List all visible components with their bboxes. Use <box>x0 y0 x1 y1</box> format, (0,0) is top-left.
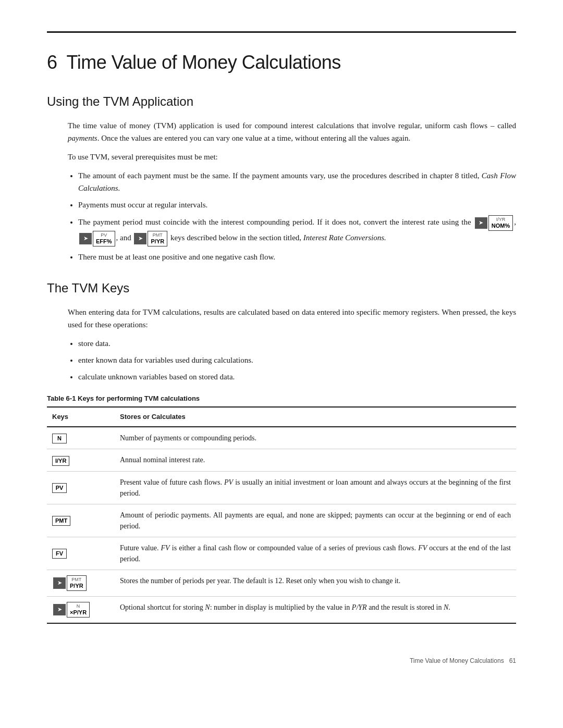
table-row: I/YR Annual nominal interest rate. <box>47 449 516 471</box>
pv-key: PV <box>52 483 67 493</box>
section2-bullet-3: calculate unknown variables based on sto… <box>78 371 516 383</box>
fv-key: FV <box>52 549 67 559</box>
bullet-item-4: There must be at least one positive and … <box>78 251 516 263</box>
nom-key: I/YR NOM% <box>488 215 513 231</box>
key-cell-pmt: PMT <box>47 504 115 537</box>
bullet-item-3: The payment period must coincide with th… <box>78 215 516 246</box>
bullet-item-2: Payments must occur at regular intervals… <box>78 199 516 211</box>
page: 6Time Value of Money Calculations Using … <box>0 0 563 681</box>
col-keys-header: Keys <box>47 407 115 427</box>
desc-cell-pmt: Amount of periodic payments. All payment… <box>115 504 516 537</box>
table-row: ➤ PMT P/YR Stores the number of periods … <box>47 570 516 596</box>
desc-cell-xpyr: Optional shortcut for storing N: number … <box>115 596 516 623</box>
section2-bullet-2: enter known data for variables used duri… <box>78 354 516 366</box>
tvm-table: Keys Stores or Calculates N Number of pa… <box>47 406 516 623</box>
nom-key-group: ➤ I/YR NOM% <box>475 215 513 231</box>
xpyr-table-key: N ×P/YR <box>67 602 90 618</box>
table-row: N Number of payments or compounding peri… <box>47 427 516 449</box>
iyr-key: I/YR <box>52 456 69 466</box>
chapter-title: 6Time Value of Money Calculations <box>47 48 516 77</box>
footer: Time Value of Money Calculations 61 <box>410 656 516 665</box>
section2-bullets: store data. enter known data for variabl… <box>47 337 516 383</box>
table-row: PMT Amount of periodic payments. All pay… <box>47 504 516 537</box>
eff-key: PV EFF% <box>93 231 115 246</box>
n-key: N <box>52 434 67 443</box>
section1-bullets: The amount of each payment must be the s… <box>47 169 516 263</box>
section-using-tvm: Using the TVM Application The time value… <box>47 92 516 263</box>
table-row: ➤ N ×P/YR Optional shortcut for storing … <box>47 596 516 623</box>
section2-intro: When entering data for TVM calculations,… <box>47 306 516 331</box>
table-row: FV Future value. FV is either a final ca… <box>47 537 516 570</box>
table-row: PV Present value of future cash flows. P… <box>47 471 516 504</box>
key-cell-n: N <box>47 427 115 449</box>
section2-bullet-1: store data. <box>78 337 516 350</box>
key-cell-fv: FV <box>47 537 115 570</box>
key-cell-iyr: I/YR <box>47 449 115 471</box>
section1-intro: The time value of money (TVM) applicatio… <box>47 119 516 144</box>
footer-page-number: 61 <box>509 657 516 664</box>
prerequisites-intro: To use TVM, several prerequisites must b… <box>47 151 516 163</box>
pyr-key: PMT P/YR <box>148 231 167 246</box>
shift-arrow-icon: ➤ <box>475 217 487 229</box>
xpyr-shift-key-group: ➤ N ×P/YR <box>53 602 90 618</box>
shift-arrow-table-xpyr-icon: ➤ <box>53 604 66 615</box>
shift-arrow-pyr-icon: ➤ <box>134 233 146 244</box>
section-tvm-keys: The TVM Keys When entering data for TVM … <box>47 279 516 624</box>
key-cell-xpyr-shift: ➤ N ×P/YR <box>47 596 115 623</box>
desc-cell-pyr: Stores the number of periods per year. T… <box>115 570 516 596</box>
section2-title: The TVM Keys <box>47 279 516 298</box>
pyr-key-group: ➤ PMT P/YR <box>134 231 167 246</box>
pmt-key: PMT <box>52 516 70 526</box>
pyr-shift-key-group: ➤ PMT P/YR <box>53 575 87 591</box>
shift-arrow-eff-icon: ➤ <box>79 233 92 244</box>
top-border <box>47 31 516 33</box>
desc-cell-n: Number of payments or compounding period… <box>115 427 516 449</box>
desc-cell-fv: Future value. FV is either a final cash … <box>115 537 516 570</box>
shift-arrow-table-pyr-icon: ➤ <box>53 577 66 589</box>
key-cell-pv: PV <box>47 471 115 504</box>
chapter-number: 6 <box>47 52 57 73</box>
pyr-table-key: PMT P/YR <box>67 575 87 591</box>
desc-cell-iyr: Annual nominal interest rate. <box>115 449 516 471</box>
table-caption: Table 6-1 Keys for performing TVM calcul… <box>47 393 516 404</box>
footer-text: Time Value of Money Calculations <box>410 657 504 664</box>
desc-cell-pv: Present value of future cash flows. PV i… <box>115 471 516 504</box>
bullet-item-1: The amount of each payment must be the s… <box>78 169 516 194</box>
eff-key-group: ➤ PV EFF% <box>79 231 115 246</box>
section1-title: Using the TVM Application <box>47 92 516 111</box>
table-header-row: Keys Stores or Calculates <box>47 407 516 427</box>
key-cell-pyr-shift: ➤ PMT P/YR <box>47 570 115 596</box>
col-stores-header: Stores or Calculates <box>115 407 516 427</box>
